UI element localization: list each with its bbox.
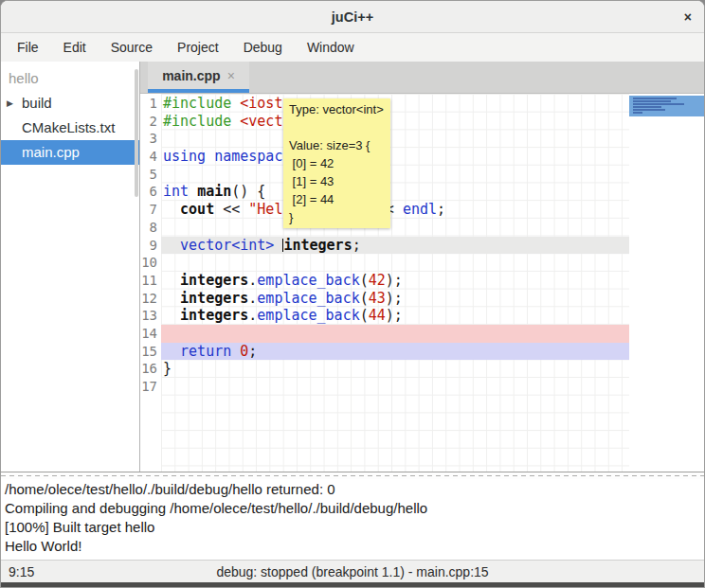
- code-token: using namespace: [163, 148, 291, 165]
- app-window: juCi++ × FileEditSourceProjectDebugWindo…: [0, 0, 705, 588]
- code-token: [274, 237, 282, 254]
- output-line: /home/olece/test/hello/./build/debug/hel…: [5, 480, 700, 499]
- code-token: 42: [369, 272, 386, 289]
- line-number[interactable]: 4: [140, 148, 161, 166]
- code-token: emplace_back: [257, 307, 359, 324]
- tree-item-label: main.cpp: [22, 144, 80, 160]
- line-number[interactable]: 5: [140, 166, 161, 184]
- code-line-10[interactable]: [161, 254, 629, 272]
- code-line-13[interactable]: integers.emplace_back(44);: [161, 307, 629, 325]
- code-line-7[interactable]: cout << "Hello World!" << endl;: [161, 201, 629, 219]
- menu-item-edit[interactable]: Edit: [51, 33, 99, 62]
- sidebar-scrollbar-thumb[interactable]: [135, 69, 138, 197]
- code-token: <<: [214, 201, 248, 218]
- editor-pane: main.cpp × 1234567891011121314151617 #in…: [140, 62, 704, 472]
- menu-item-file[interactable]: File: [5, 33, 51, 62]
- code-line-17[interactable]: [161, 378, 629, 396]
- code-token: .: [248, 272, 257, 289]
- debug-status: debug: stopped (breakpoint 1.1) - main.c…: [1, 564, 704, 579]
- line-number[interactable]: 17: [140, 378, 161, 396]
- tooltip-line: Type: vector<int>: [289, 100, 385, 118]
- code-token: emplace_back: [257, 272, 359, 289]
- output-line: Hello World!: [5, 537, 700, 556]
- code-line-8[interactable]: [161, 219, 629, 237]
- code-line-3[interactable]: [161, 130, 629, 148]
- line-number[interactable]: 7: [140, 201, 161, 219]
- line-number[interactable]: 3: [140, 130, 161, 148]
- code-token: ;: [352, 237, 361, 254]
- line-number[interactable]: 2: [140, 113, 161, 131]
- code-token: [163, 272, 180, 289]
- code-line-4[interactable]: using namespace std;: [161, 148, 629, 166]
- main-area: hello ▶buildCMakeLists.txtmain.cpp main.…: [1, 62, 704, 472]
- expander-icon[interactable]: ▶: [7, 91, 13, 116]
- code-token: main: [197, 183, 231, 200]
- tab-close-icon[interactable]: ×: [227, 69, 235, 82]
- code-line-5[interactable]: [161, 166, 629, 184]
- tree-item-main-cpp[interactable]: main.cpp: [1, 140, 139, 165]
- code-token: .: [248, 307, 257, 324]
- code-token: [231, 343, 240, 360]
- title-bar: juCi++ ×: [1, 1, 704, 33]
- source-map-micro-line: [633, 106, 661, 108]
- code-token: );: [386, 272, 403, 289]
- code-token: #include: [163, 95, 240, 112]
- code-token: ;: [248, 343, 257, 360]
- source-map-micro-line: [633, 103, 684, 105]
- line-number[interactable]: 10: [140, 254, 161, 272]
- menu-item-window[interactable]: Window: [295, 33, 367, 62]
- code-line-6[interactable]: int main() {: [161, 183, 629, 201]
- code-token: integers: [180, 290, 248, 307]
- close-icon[interactable]: ×: [684, 10, 692, 24]
- splitter-dashed-line: [1, 475, 704, 476]
- line-number-gutter[interactable]: 1234567891011121314151617: [140, 94, 161, 472]
- code-token: [163, 201, 180, 218]
- source-map-micro-line: [633, 100, 671, 102]
- code-token: (: [360, 290, 369, 307]
- code-token: [163, 290, 180, 307]
- code-line-11[interactable]: integers.emplace_back(42);: [161, 272, 629, 290]
- code-token: }: [163, 360, 172, 377]
- code-token: ;: [437, 201, 445, 218]
- code-line-12[interactable]: integers.emplace_back(43);: [161, 290, 629, 308]
- code-line-16[interactable]: }: [161, 360, 629, 378]
- code-area[interactable]: #include <iostream>#include <vector>usin…: [161, 94, 629, 472]
- line-number[interactable]: 8: [140, 219, 161, 237]
- file-tree: ▶buildCMakeLists.txtmain.cpp: [1, 91, 139, 165]
- menu-item-debug[interactable]: Debug: [231, 33, 295, 62]
- menu-item-source[interactable]: Source: [99, 33, 165, 62]
- line-number[interactable]: 14: [140, 325, 161, 343]
- output-terminal[interactable]: /home/olece/test/hello/./build/debug/hel…: [1, 479, 704, 560]
- tab-main-cpp[interactable]: main.cpp ×: [148, 62, 249, 93]
- code-token: endl: [403, 201, 437, 218]
- code-line-1[interactable]: #include <iostream>: [161, 95, 629, 113]
- code-line-9[interactable]: vector<int> integers;: [161, 237, 629, 255]
- code-token: #include: [163, 113, 240, 130]
- line-number[interactable]: 6: [140, 183, 161, 201]
- code-token: emplace_back: [257, 290, 359, 307]
- line-number[interactable]: 12: [140, 290, 161, 308]
- pane-splitter[interactable]: [1, 472, 704, 479]
- code-line-15[interactable]: return 0;: [161, 343, 629, 361]
- source-editor[interactable]: 1234567891011121314151617 #include <iost…: [140, 94, 704, 472]
- source-map[interactable]: [629, 94, 704, 472]
- tree-item-build[interactable]: ▶build: [1, 91, 139, 116]
- file-tree-sidebar: hello ▶buildCMakeLists.txtmain.cpp: [1, 62, 140, 472]
- line-number[interactable]: 11: [140, 272, 161, 290]
- code-token: () {: [231, 183, 265, 200]
- source-map-slider[interactable]: [629, 96, 704, 116]
- menu-item-project[interactable]: Project: [165, 33, 231, 62]
- code-token: .: [248, 290, 257, 307]
- source-map-micro-line: [633, 109, 665, 111]
- output-line: Compiling and debugging /home/olece/test…: [5, 499, 700, 518]
- line-number[interactable]: 9: [140, 237, 161, 255]
- tab-label: main.cpp: [162, 68, 220, 83]
- code-line-14[interactable]: [161, 325, 629, 343]
- line-number[interactable]: 16: [140, 360, 161, 378]
- code-line-2[interactable]: #include <vector>: [161, 113, 629, 131]
- line-number[interactable]: 13: [140, 307, 161, 325]
- code-token: cout: [180, 201, 214, 218]
- tree-item-cmakelists-txt[interactable]: CMakeLists.txt: [1, 116, 139, 140]
- line-number[interactable]: 1: [140, 95, 161, 113]
- line-number[interactable]: 15: [140, 343, 161, 361]
